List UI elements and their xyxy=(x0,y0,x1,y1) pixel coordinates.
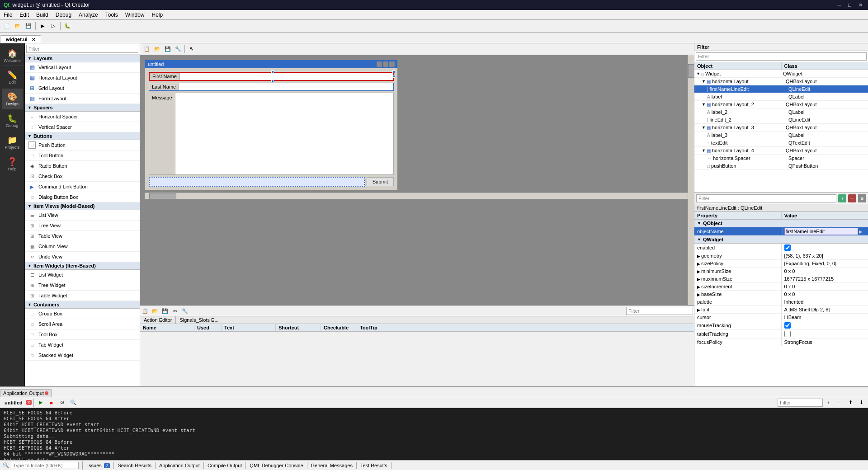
tab-widget-ui[interactable]: widget.ui ✕ xyxy=(0,35,41,43)
obj-row-textedit[interactable]: ≡ textEdit QTextEdit xyxy=(694,139,868,147)
section-item-widgets[interactable]: Item Widgets (Item-Based) xyxy=(25,262,140,270)
prop-row-geometry[interactable]: ▶geometry [(58, 1), 637 x 20] xyxy=(694,252,868,260)
minsize-expand-icon[interactable]: ▶ xyxy=(697,269,700,274)
widget-push-button[interactable]: □ Push Button xyxy=(25,140,140,150)
prop-section-qobject[interactable]: ▼ QObject xyxy=(694,220,868,227)
widget-table-view[interactable]: ⊞ Table View xyxy=(25,231,140,241)
objectname-input[interactable] xyxy=(784,228,858,235)
geometry-expand-icon[interactable]: ▶ xyxy=(697,254,700,258)
obj-row-label[interactable]: A label QLabel xyxy=(694,93,868,101)
objectname-arrow-icon[interactable]: ▶ xyxy=(859,229,863,234)
expand-hlayout2-icon[interactable]: ▼ xyxy=(702,102,706,107)
bottom-filter-input[interactable] xyxy=(778,399,823,407)
expand-widget-icon[interactable]: ▼ xyxy=(696,71,700,76)
lastname-input[interactable] xyxy=(179,83,393,90)
run-button[interactable]: ▷ xyxy=(48,21,58,31)
handle-top[interactable] xyxy=(271,70,274,73)
widget-form-layout[interactable]: ▦ Form Layout xyxy=(25,94,140,104)
widget-radio-button[interactable]: ◉ Radio Button xyxy=(25,161,140,171)
action-tb-4[interactable]: ✂ xyxy=(170,306,180,316)
tablettracking-checkbox[interactable] xyxy=(784,331,791,337)
action-filter-input[interactable] xyxy=(626,307,693,315)
restore-button[interactable]: □ xyxy=(846,2,853,8)
menu-tools[interactable]: Tools xyxy=(102,11,122,19)
expand-hlayout-icon[interactable]: ▼ xyxy=(702,79,706,84)
expand-hlayout3-icon[interactable]: ▼ xyxy=(702,125,706,130)
status-issues[interactable]: Issues 2 xyxy=(84,462,114,469)
form-max-btn[interactable] xyxy=(383,61,388,67)
prop-row-minsize[interactable]: ▶minimumSize 0 x 0 xyxy=(694,268,868,275)
prop-section-qwidget[interactable]: ▼ QWidget xyxy=(694,236,868,244)
widget-scroll-area[interactable]: □ Scroll Area xyxy=(25,319,140,329)
widget-tree-view[interactable]: ⊞ Tree View xyxy=(25,221,140,231)
widget-tool-button[interactable]: □ Tool Button xyxy=(25,150,140,161)
obj-row-lineedit2[interactable]: | lineEdit_2 QLineEdit xyxy=(694,116,868,124)
build-button[interactable]: ▶ xyxy=(38,21,47,31)
open-button[interactable]: 📂 xyxy=(13,21,23,31)
widget-dialog-button-box[interactable]: □ Dialog Button Box xyxy=(25,192,140,202)
sizeincr-expand-icon[interactable]: ▶ xyxy=(697,285,700,289)
form-min-btn[interactable] xyxy=(377,61,382,67)
add-property-button[interactable]: + xyxy=(838,194,846,202)
section-containers[interactable]: Containers xyxy=(25,301,140,309)
bottom-add-btn[interactable]: + xyxy=(824,398,834,408)
widget-command-link[interactable]: ▶ Command Link Button xyxy=(25,182,140,192)
bottom-stop-btn[interactable]: ■ xyxy=(47,398,57,408)
obj-row-firstname[interactable]: | firstNameLineEdit QLineEdit xyxy=(694,85,868,93)
widget-undo-view[interactable]: ↩ Undo View xyxy=(25,252,140,262)
handle-bottom[interactable] xyxy=(271,80,274,82)
mode-projects[interactable]: 📁 Projects xyxy=(2,132,23,153)
section-layouts[interactable]: Layouts xyxy=(25,55,140,62)
menu-analyze[interactable]: Analyze xyxy=(75,11,102,19)
widget-tool-box[interactable]: □ Tool Box xyxy=(25,329,140,340)
prop-row-palette[interactable]: palette Inherited xyxy=(694,298,868,306)
bottom-sub-btn[interactable]: − xyxy=(835,398,844,408)
maxsize-expand-icon[interactable]: ▶ xyxy=(697,277,700,282)
status-qml-debug[interactable]: QML Debugger Console xyxy=(246,462,307,469)
remove-property-button[interactable]: − xyxy=(848,194,856,202)
bottom-zoom-btn[interactable]: 🔍 xyxy=(68,398,78,408)
expand-hlayout4-icon[interactable]: ▼ xyxy=(702,148,706,153)
section-spacers[interactable]: Spacers xyxy=(25,104,140,112)
debug-button[interactable]: 🐛 xyxy=(62,21,72,31)
close-button[interactable]: ✕ xyxy=(857,2,864,8)
widget-group-box[interactable]: □ Group Box xyxy=(25,309,140,319)
object-filter-input[interactable] xyxy=(696,52,867,61)
sizepolicy-expand-icon[interactable]: ▶ xyxy=(697,262,700,266)
prop-row-font[interactable]: ▶font A [MS Shell Dlg 2, 8] xyxy=(694,306,868,314)
menu-build[interactable]: Build xyxy=(33,11,52,19)
bottom-clear-btn[interactable]: ⊘ xyxy=(57,398,67,408)
bottom-run-btn[interactable]: ▶ xyxy=(36,398,46,408)
canvas-scrollbar-h[interactable] xyxy=(145,193,689,199)
close-tab-icon[interactable]: ✕ xyxy=(32,37,35,42)
font-expand-icon[interactable]: ▶ xyxy=(697,308,700,312)
menu-debug[interactable]: Debug xyxy=(52,11,75,19)
minimize-button[interactable]: ─ xyxy=(836,2,843,8)
prop-row-mousetracking[interactable]: mouseTracking xyxy=(694,321,868,330)
console-output[interactable]: HCBT_SETFOCUS 64 Before HCBT_SETFOCUS 64… xyxy=(0,408,868,460)
widget-tab-widget[interactable]: □ Tab Widget xyxy=(25,340,140,350)
status-compile[interactable]: Compile Output xyxy=(204,462,246,469)
widget-table-widget[interactable]: ⊞ Table Widget xyxy=(25,291,140,301)
menu-window[interactable]: Window xyxy=(122,11,148,19)
prop-row-objectname[interactable]: objectName ▶ xyxy=(694,227,868,236)
widget-list-widget[interactable]: ☰ List Widget xyxy=(25,270,140,280)
action-tb-1[interactable]: 📋 xyxy=(140,306,150,316)
prop-row-basesize[interactable]: ▶baseSize 0 x 0 xyxy=(694,291,868,298)
menu-file[interactable]: File xyxy=(0,11,16,19)
action-tb-5[interactable]: 🔧 xyxy=(180,306,190,316)
handle-top-right[interactable] xyxy=(392,70,395,73)
scroll-thumb-h[interactable] xyxy=(149,193,176,199)
widget-check-box[interactable]: ☑ Check Box xyxy=(25,171,140,182)
designer-tb-1[interactable]: 📋 xyxy=(142,44,152,54)
basesize-expand-icon[interactable]: ▶ xyxy=(697,292,700,297)
status-general[interactable]: General Messages xyxy=(307,462,357,469)
section-buttons[interactable]: Buttons xyxy=(25,132,140,140)
designer-tb-4[interactable]: 🔧 xyxy=(173,44,183,54)
widget-horiz-spacer[interactable]: ↔ Horizontal Spacer xyxy=(25,112,140,122)
prop-row-enabled[interactable]: enabled xyxy=(694,244,868,252)
mousetracking-checkbox[interactable] xyxy=(784,322,791,329)
obj-row-hspacer[interactable]: ↔ horizontalSpacer Spacer xyxy=(694,155,868,162)
prop-row-focuspolicy[interactable]: focusPolicy StrongFocus xyxy=(694,338,868,346)
widget-vert-spacer[interactable]: ↕ Vertical Spacer xyxy=(25,122,140,132)
